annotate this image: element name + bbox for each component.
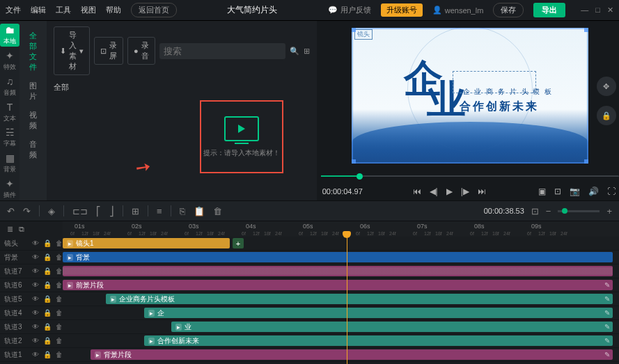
play-button[interactable]: ▶: [444, 187, 455, 196]
visibility-icon[interactable]: 👁: [32, 239, 39, 247]
lock-icon[interactable]: 🔒: [43, 295, 52, 303]
add-clip-button[interactable]: +: [233, 238, 244, 248]
upgrade-button[interactable]: 升级账号: [381, 3, 423, 17]
delete-button[interactable]: 🗑: [213, 206, 222, 216]
delete-icon[interactable]: 🗑: [56, 351, 63, 358]
cat-all-files[interactable]: 全部文件: [19, 26, 47, 77]
import-hint-box[interactable]: 提示：请导入本地素材！: [200, 100, 283, 173]
cat-audio[interactable]: 音频: [19, 135, 47, 164]
record-audio-button[interactable]: ●录音: [127, 37, 155, 65]
track-content[interactable]: ▸合作创新未来✎: [63, 334, 619, 347]
lock-icon[interactable]: 🔒: [43, 351, 52, 358]
minimize-icon[interactable]: —: [581, 6, 588, 15]
edit-icon[interactable]: ✎: [604, 337, 610, 345]
timeline-clip[interactable]: ▸合作创新未来✎: [144, 335, 613, 346]
playhead[interactable]: [347, 237, 347, 364]
return-home-button[interactable]: 返回首页: [131, 3, 177, 17]
timeline-clip[interactable]: ▸镜头1: [63, 238, 230, 248]
edit-icon[interactable]: ✎: [604, 351, 610, 358]
visibility-icon[interactable]: 👁: [32, 323, 39, 331]
search-input[interactable]: [159, 43, 285, 59]
visibility-icon[interactable]: 👁: [32, 309, 39, 317]
volume-icon[interactable]: 🔊: [586, 187, 601, 196]
menu-edit[interactable]: 编辑: [31, 5, 46, 15]
delete-icon[interactable]: 🗑: [56, 281, 63, 289]
snapshot-icon[interactable]: 📷: [567, 187, 582, 196]
menu-file[interactable]: 文件: [6, 5, 21, 15]
delete-icon[interactable]: 🗑: [56, 267, 63, 275]
delete-icon[interactable]: 🗑: [56, 239, 63, 247]
rail-plugins[interactable]: ✦插件: [0, 177, 19, 200]
rail-local[interactable]: 🖿本地: [0, 24, 19, 47]
close-icon[interactable]: ✕: [607, 6, 613, 15]
grid-view-icon[interactable]: ⊞: [304, 47, 310, 56]
visibility-icon[interactable]: 👁: [32, 337, 39, 345]
timeline-clip[interactable]: ▸背景: [63, 252, 613, 262]
visibility-icon[interactable]: 👁: [32, 295, 39, 303]
edit-icon[interactable]: ✎: [604, 323, 610, 331]
edit-icon[interactable]: ✎: [604, 281, 610, 289]
fullscreen-icon[interactable]: ⛶: [605, 187, 618, 196]
visibility-icon[interactable]: 👁: [32, 267, 39, 275]
marker-button[interactable]: ◈: [48, 206, 55, 216]
lock-icon[interactable]: 🔒: [43, 281, 52, 289]
prev-button[interactable]: ⏮: [411, 187, 423, 196]
safe-zone-icon[interactable]: ⊡: [552, 187, 563, 196]
delete-icon[interactable]: 🗑: [56, 337, 63, 345]
track-content[interactable]: ▸企✎: [63, 306, 619, 319]
preview-scrubber[interactable]: [317, 171, 619, 182]
lock-icon[interactable]: 🔒: [43, 239, 52, 247]
edit-icon[interactable]: ✎: [604, 309, 610, 317]
record-screen-button[interactable]: ⊡录屏: [94, 37, 123, 65]
visibility-icon[interactable]: 👁: [32, 281, 39, 289]
timeline-clip[interactable]: [63, 266, 613, 276]
lock-icon[interactable]: 🔒: [43, 337, 52, 345]
step-fwd-button[interactable]: |▶: [459, 187, 471, 196]
delete-icon[interactable]: 🗑: [56, 253, 63, 261]
visibility-icon[interactable]: 👁: [32, 253, 39, 261]
lock-button[interactable]: 🔒: [597, 106, 616, 125]
preview-canvas[interactable]: 镜头 企 业 企 业 商 务 片 头 模 板 合作创新未来: [352, 28, 588, 164]
rail-background[interactable]: ▦背景: [0, 152, 19, 175]
timeline-clip[interactable]: ▸企✎: [144, 308, 613, 318]
timeline-clip[interactable]: ▸背景片段✎: [91, 349, 613, 360]
lock-icon[interactable]: 🔒: [43, 309, 52, 317]
import-button[interactable]: ⬇导入素材▾: [54, 26, 90, 75]
menu-help[interactable]: 帮助: [106, 5, 121, 15]
timeline-link-icon[interactable]: ⧉: [19, 225, 24, 234]
timeline-menu-icon[interactable]: ≣: [7, 225, 13, 234]
rail-audio[interactable]: ♫音频: [0, 75, 19, 98]
export-button[interactable]: 导出: [533, 3, 565, 17]
user-label[interactable]: 👤 wensen_lm: [432, 6, 484, 15]
redo-button[interactable]: ↷: [23, 206, 31, 216]
edit-icon[interactable]: ✎: [604, 295, 610, 303]
cat-videos[interactable]: 视频: [19, 106, 47, 135]
paste-button[interactable]: 📋: [194, 206, 205, 216]
fit-button[interactable]: ⊡: [531, 206, 539, 216]
crop-icon[interactable]: ▣: [536, 187, 548, 196]
step-back-button[interactable]: ◀|: [428, 187, 440, 196]
zoom-slider[interactable]: [558, 210, 600, 212]
delete-icon[interactable]: 🗑: [56, 323, 63, 331]
group-button[interactable]: ⊞: [132, 206, 139, 216]
time-ruler[interactable]: 01s6f12f18f24f02s6f12f18f24f03s6f12f18f2…: [63, 221, 619, 237]
track-content[interactable]: ▸业✎: [63, 320, 619, 333]
zoom-in-button[interactable]: +: [606, 206, 612, 216]
track-content[interactable]: ▸前景片段✎: [63, 278, 619, 292]
lock-icon[interactable]: 🔒: [43, 267, 52, 275]
save-button[interactable]: 保存: [493, 3, 524, 17]
transform-button[interactable]: ✥: [597, 77, 616, 96]
layers-button[interactable]: ≡: [157, 206, 162, 216]
menu-view[interactable]: 视图: [81, 5, 96, 15]
track-content[interactable]: ▸镜头1+: [63, 237, 619, 250]
timeline-clip[interactable]: ▸前景片段✎: [63, 280, 613, 290]
track-content[interactable]: ▸企业商务片头模板✎: [63, 292, 619, 306]
menu-tools[interactable]: 工具: [56, 5, 71, 15]
next-button[interactable]: ⏭: [476, 187, 488, 196]
trim-left-button[interactable]: ⎡: [96, 206, 101, 216]
copy-button[interactable]: ⎘: [180, 206, 185, 216]
split-button[interactable]: ⊏⊐: [72, 206, 88, 216]
timeline-clip[interactable]: ▸业✎: [171, 322, 613, 332]
delete-icon[interactable]: 🗑: [56, 309, 63, 317]
feedback-button[interactable]: 💬 用户反馈: [328, 5, 371, 15]
